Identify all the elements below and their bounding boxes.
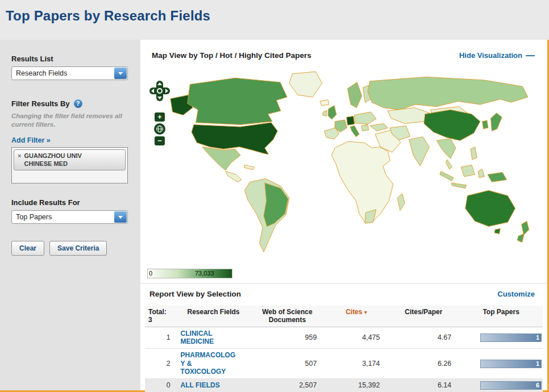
column-header-top-papers[interactable]: Top Papers [459, 306, 543, 327]
country-south-korea[interactable] [483, 120, 488, 129]
include-results-label: Include Results For [11, 198, 129, 207]
filter-tag-label: GUANGZHOU UNIV CHINESE MED [24, 152, 109, 168]
total-value: 3 [148, 316, 174, 324]
top-papers-cell: 6 [459, 378, 543, 392]
page: Top Papers by Research Fields Results Li… [0, 0, 549, 392]
help-icon[interactable]: ? [74, 99, 82, 108]
country-cuba[interactable] [244, 165, 255, 169]
island-borneo[interactable] [461, 165, 475, 177]
cites-cell: 15,392 [325, 378, 388, 392]
map-view-title: Map View by Top / Hot / Highly Cited Pap… [152, 51, 311, 60]
cites-per-paper-cell: 6.14 [388, 378, 460, 392]
table-row: 2 PHARMACOLOGY & TOXICOLOGY 507 3,174 6.… [145, 349, 543, 379]
results-list-section: Results List Research Fields [11, 55, 129, 80]
region-central-america[interactable] [226, 172, 242, 182]
country-madagascar[interactable] [397, 194, 405, 211]
legend-gradient-bar [147, 269, 232, 278]
region-southeast-asia[interactable] [436, 139, 456, 159]
save-criteria-button[interactable]: Save Criteria [49, 241, 107, 256]
map-visualization: + − [140, 66, 547, 283]
filter-tag[interactable]: × GUANGZHOU UNIV CHINESE MED [14, 149, 126, 171]
page-title: Top Papers by Research Fields [6, 8, 549, 24]
chevron-down-icon[interactable] [114, 68, 127, 79]
field-cell: ALL FIELDS [177, 378, 250, 392]
remove-filter-icon[interactable]: × [18, 152, 21, 160]
results-list-value: Research Fields [16, 69, 67, 77]
island-sumatra[interactable] [440, 172, 454, 181]
rank-cell: 0 [145, 378, 177, 392]
country-japan[interactable] [491, 113, 502, 131]
country-ireland[interactable] [323, 110, 327, 116]
include-results-section: Include Results For Top Papers [11, 198, 129, 224]
island-java[interactable] [451, 183, 466, 188]
rank-cell: 2 [145, 349, 177, 379]
top-papers-bar[interactable]: 1 [480, 360, 542, 368]
column-header-research-fields[interactable]: Research Fields [177, 306, 250, 327]
include-results-value: Top Papers [16, 213, 52, 221]
region-africa[interactable] [332, 141, 393, 223]
country-china[interactable] [424, 110, 480, 140]
region-balkans[interactable] [361, 124, 369, 131]
field-cell: PHARMACOLOGY & TOXICOLOGY [177, 349, 250, 379]
hide-visualization-link[interactable]: Hide Visualization — [459, 51, 535, 60]
column-header-wos-documents[interactable]: Web of Science Documents [249, 306, 325, 327]
column-header-cites[interactable]: Cites ▾ [325, 306, 388, 327]
country-canada[interactable] [188, 78, 287, 124]
country-philippines[interactable] [471, 147, 477, 160]
field-link[interactable]: CLINICAL MEDICINE [181, 330, 239, 346]
add-filter-link[interactable]: Add Filter » [11, 136, 51, 144]
country-germany[interactable] [347, 116, 355, 125]
table-row-all-fields: 0 ALL FIELDS 2,507 15,392 6.14 6 [145, 378, 543, 392]
region-central-asia[interactable] [388, 108, 429, 124]
country-india[interactable] [409, 137, 429, 166]
region-eastern-europe[interactable] [355, 112, 376, 124]
filter-note: Changing the filter field removes all cu… [11, 112, 126, 129]
field-link[interactable]: PHARMACOLOGY & TOXICOLOGY [181, 351, 239, 376]
pan-left-icon[interactable] [151, 89, 154, 93]
country-turkey[interactable] [370, 124, 388, 131]
top-papers-cell: 1 [459, 327, 543, 348]
chevron-down-icon[interactable] [114, 211, 127, 223]
include-results-select[interactable]: Top Papers [11, 210, 128, 224]
sidebar-buttons: Clear Save Criteria [11, 241, 129, 256]
total-count-header: Total: 3 [145, 306, 177, 327]
content-frame: Results List Research Fields Filter Resu… [0, 40, 549, 392]
country-uk[interactable] [328, 106, 336, 119]
results-list-select[interactable]: Research Fields [11, 66, 128, 80]
country-italy[interactable] [350, 126, 359, 137]
top-papers-bar[interactable]: 6 [480, 381, 542, 390]
column-header-cites-per-paper[interactable]: Cites/Paper [388, 306, 460, 327]
country-russia[interactable] [368, 77, 528, 110]
country-new-zealand-south[interactable] [517, 234, 524, 243]
map-legend: 0 73,033 [147, 269, 232, 278]
report-view-header: Report View by Selection Customize [140, 283, 547, 303]
top-papers-bar[interactable]: 1 [480, 333, 542, 342]
clear-button[interactable]: Clear [11, 241, 44, 256]
country-brazil[interactable] [264, 183, 288, 227]
island-sulawesi[interactable] [478, 169, 484, 178]
country-australia[interactable] [465, 190, 515, 226]
island-tasmania[interactable] [494, 228, 500, 233]
docs-cell: 507 [249, 349, 325, 379]
report-view-title: Report View by Selection [149, 290, 241, 298]
region-malay-peninsula[interactable] [446, 160, 452, 169]
island-new-guinea[interactable] [488, 172, 507, 182]
top-papers-value: 1 [536, 334, 539, 341]
map-view-header: Map View by Top / Hot / Highly Cited Pap… [140, 40, 547, 66]
results-list-label: Results List [11, 55, 129, 63]
field-link[interactable]: ALL FIELDS [181, 381, 239, 389]
country-new-zealand[interactable] [522, 221, 529, 235]
filter-section: Filter Results By ? Changing the filter … [11, 99, 129, 184]
docs-cell: 959 [249, 327, 325, 348]
top-papers-value: 1 [536, 360, 539, 368]
country-iceland[interactable] [320, 100, 329, 106]
country-greenland[interactable] [289, 72, 322, 97]
customize-link[interactable]: Customize [497, 290, 535, 298]
country-mexico[interactable] [202, 147, 240, 170]
region-scandinavia[interactable] [348, 82, 362, 108]
active-filters-box: × GUANGZHOU UNIV CHINESE MED [11, 147, 128, 184]
legend-min-label: 0 [149, 270, 152, 277]
cites-per-paper-cell: 4.67 [388, 327, 460, 348]
cites-cell: 4,475 [325, 327, 388, 348]
world-map[interactable] [161, 67, 543, 252]
